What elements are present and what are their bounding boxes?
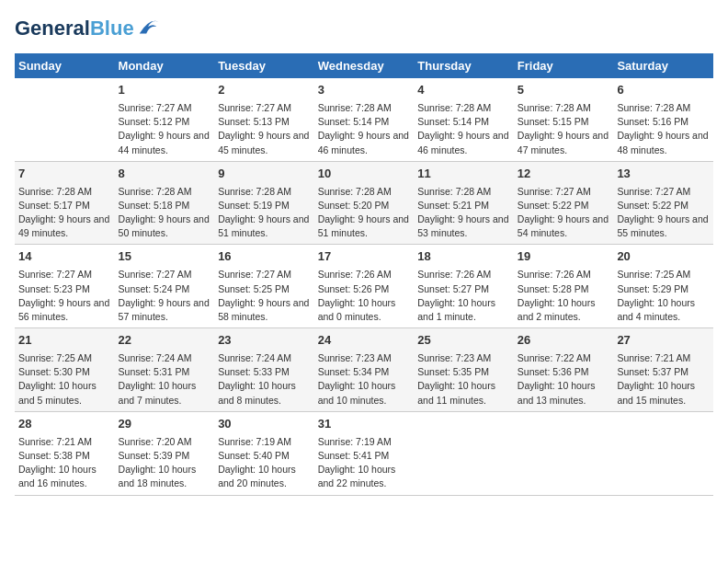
cell-info: Sunrise: 7:19 AM <box>218 435 311 449</box>
cell-info: Daylight: 10 hours and 13 minutes. <box>518 379 610 407</box>
cell-info: Daylight: 10 hours and 1 minute. <box>417 296 510 324</box>
cell-info: Sunrise: 7:21 AM <box>18 435 111 449</box>
cell-info: Daylight: 10 hours and 8 minutes. <box>218 379 311 407</box>
cell-info: Sunset: 5:15 PM <box>518 115 610 129</box>
cell-info: Daylight: 9 hours and 50 minutes. <box>119 213 211 240</box>
day-number: 23 <box>218 332 311 350</box>
cell-info: Sunrise: 7:28 AM <box>518 101 610 115</box>
day-number: 31 <box>318 416 411 433</box>
cell-info: Sunset: 5:41 PM <box>318 449 411 463</box>
week-row-3: 14Sunrise: 7:27 AMSunset: 5:23 PMDayligh… <box>15 245 713 328</box>
day-number: 30 <box>218 416 311 433</box>
cell-info: Daylight: 9 hours and 53 minutes. <box>417 213 510 240</box>
calendar-cell: 7Sunrise: 7:28 AMSunset: 5:17 PMDaylight… <box>15 161 115 245</box>
cell-info: Sunset: 5:21 PM <box>417 199 510 213</box>
day-number: 3 <box>318 82 411 99</box>
week-row-4: 21Sunrise: 7:25 AMSunset: 5:30 PMDayligh… <box>15 328 713 412</box>
day-number: 17 <box>318 248 411 266</box>
day-number: 28 <box>18 416 111 433</box>
calendar-cell: 26Sunrise: 7:22 AMSunset: 5:36 PMDayligh… <box>514 328 614 412</box>
day-number: 21 <box>18 332 111 350</box>
day-number: 9 <box>218 166 311 183</box>
cell-info: Sunset: 5:39 PM <box>119 449 211 463</box>
day-number: 12 <box>518 166 610 183</box>
cell-info: Sunrise: 7:28 AM <box>617 101 710 115</box>
cell-info: Sunrise: 7:22 AM <box>518 351 610 365</box>
cell-info: Sunset: 5:37 PM <box>617 365 710 379</box>
cell-info: Sunrise: 7:25 AM <box>18 351 111 365</box>
cell-info: Daylight: 9 hours and 47 minutes. <box>518 129 610 156</box>
day-number: 27 <box>617 332 710 350</box>
day-number: 8 <box>119 166 211 183</box>
cell-info: Sunrise: 7:20 AM <box>119 435 211 449</box>
day-number: 22 <box>119 332 211 350</box>
day-number: 13 <box>617 166 710 183</box>
calendar-cell: 27Sunrise: 7:21 AMSunset: 5:37 PMDayligh… <box>613 328 713 412</box>
cell-info: Daylight: 9 hours and 46 minutes. <box>318 129 411 156</box>
cell-info: Daylight: 9 hours and 49 minutes. <box>18 213 111 240</box>
calendar-cell: 18Sunrise: 7:26 AMSunset: 5:27 PMDayligh… <box>414 245 514 328</box>
day-number: 16 <box>218 248 311 266</box>
day-number: 5 <box>518 82 610 99</box>
cell-info: Daylight: 10 hours and 15 minutes. <box>617 379 710 407</box>
calendar-cell: 9Sunrise: 7:28 AMSunset: 5:19 PMDaylight… <box>214 161 314 245</box>
calendar-cell: 30Sunrise: 7:19 AMSunset: 5:40 PMDayligh… <box>214 411 314 495</box>
cell-info: Sunrise: 7:28 AM <box>417 101 510 115</box>
calendar-cell: 6Sunrise: 7:28 AMSunset: 5:16 PMDaylight… <box>613 78 713 161</box>
cell-info: Sunset: 5:30 PM <box>18 365 111 379</box>
cell-info: Sunrise: 7:27 AM <box>617 185 710 199</box>
cell-info: Sunset: 5:20 PM <box>318 199 411 213</box>
cell-info: Sunrise: 7:26 AM <box>417 268 510 282</box>
cell-info: Daylight: 9 hours and 46 minutes. <box>417 129 510 156</box>
cell-info: Daylight: 9 hours and 48 minutes. <box>617 129 710 156</box>
cell-info: Daylight: 10 hours and 20 minutes. <box>218 463 311 490</box>
cell-info: Sunrise: 7:25 AM <box>617 268 710 282</box>
week-row-5: 28Sunrise: 7:21 AMSunset: 5:38 PMDayligh… <box>15 411 713 495</box>
cell-info: Sunrise: 7:28 AM <box>417 185 510 199</box>
calendar-cell: 17Sunrise: 7:26 AMSunset: 5:26 PMDayligh… <box>314 245 415 328</box>
cell-info: Sunset: 5:29 PM <box>617 282 710 296</box>
cell-info: Sunrise: 7:26 AM <box>318 268 411 282</box>
cell-info: Sunset: 5:35 PM <box>417 365 510 379</box>
cell-info: Sunset: 5:14 PM <box>318 115 411 129</box>
cell-info: Sunset: 5:23 PM <box>18 282 111 296</box>
col-header-tuesday: Tuesday <box>214 53 314 78</box>
cell-info: Sunset: 5:33 PM <box>218 365 311 379</box>
cell-info: Sunset: 5:22 PM <box>617 199 710 213</box>
cell-info: Sunset: 5:16 PM <box>617 115 710 129</box>
calendar-cell: 3Sunrise: 7:28 AMSunset: 5:14 PMDaylight… <box>314 78 415 161</box>
calendar-cell: 25Sunrise: 7:23 AMSunset: 5:35 PMDayligh… <box>414 328 514 412</box>
calendar-cell: 8Sunrise: 7:28 AMSunset: 5:18 PMDaylight… <box>115 161 215 245</box>
cell-info: Sunset: 5:26 PM <box>318 282 411 296</box>
cell-info: Sunrise: 7:27 AM <box>518 185 610 199</box>
calendar-cell: 4Sunrise: 7:28 AMSunset: 5:14 PMDaylight… <box>414 78 514 161</box>
cell-info: Sunrise: 7:27 AM <box>119 101 211 115</box>
calendar-cell: 12Sunrise: 7:27 AMSunset: 5:22 PMDayligh… <box>514 161 614 245</box>
cell-info: Sunrise: 7:19 AM <box>318 435 411 449</box>
calendar-cell: 22Sunrise: 7:24 AMSunset: 5:31 PMDayligh… <box>115 328 215 412</box>
day-number: 4 <box>417 82 510 99</box>
cell-info: Sunrise: 7:28 AM <box>318 185 411 199</box>
day-number: 15 <box>119 248 211 266</box>
calendar-cell: 10Sunrise: 7:28 AMSunset: 5:20 PMDayligh… <box>314 161 415 245</box>
calendar-cell: 28Sunrise: 7:21 AMSunset: 5:38 PMDayligh… <box>15 411 115 495</box>
cell-info: Sunrise: 7:27 AM <box>119 268 211 282</box>
cell-info: Sunrise: 7:23 AM <box>417 351 510 365</box>
calendar-cell: 19Sunrise: 7:26 AMSunset: 5:28 PMDayligh… <box>514 245 614 328</box>
logo-text: GeneralBlue <box>15 17 134 40</box>
cell-info: Daylight: 9 hours and 44 minutes. <box>119 129 211 156</box>
calendar-cell: 15Sunrise: 7:27 AMSunset: 5:24 PMDayligh… <box>115 245 215 328</box>
cell-info: Daylight: 9 hours and 55 minutes. <box>617 213 710 240</box>
week-row-1: 1Sunrise: 7:27 AMSunset: 5:12 PMDaylight… <box>15 78 713 161</box>
page-header: GeneralBlue <box>15 15 713 42</box>
cell-info: Daylight: 10 hours and 18 minutes. <box>119 463 211 490</box>
calendar-cell <box>15 78 115 161</box>
cell-info: Sunrise: 7:28 AM <box>18 185 111 199</box>
cell-info: Sunrise: 7:27 AM <box>218 268 311 282</box>
col-header-saturday: Saturday <box>613 53 713 78</box>
col-header-thursday: Thursday <box>414 53 514 78</box>
logo-icon <box>136 15 162 40</box>
cell-info: Daylight: 10 hours and 22 minutes. <box>318 463 411 490</box>
week-row-2: 7Sunrise: 7:28 AMSunset: 5:17 PMDaylight… <box>15 161 713 245</box>
day-number: 14 <box>18 248 111 266</box>
